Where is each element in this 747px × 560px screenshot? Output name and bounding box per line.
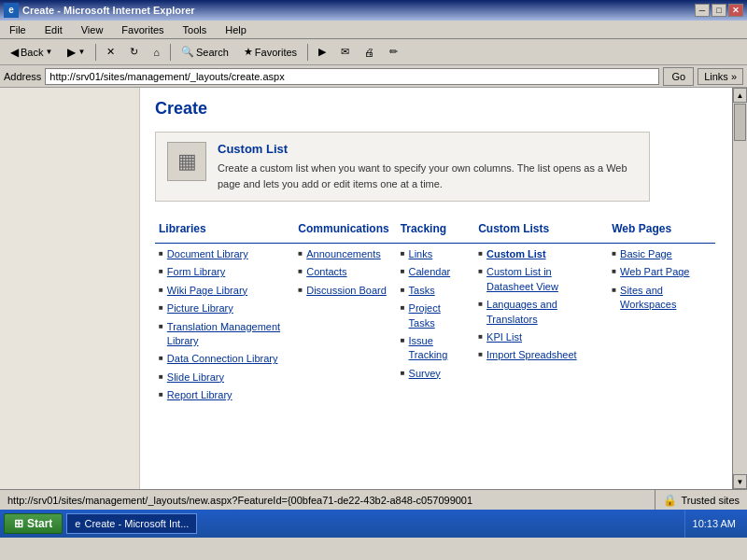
custom-list-datasheet-link[interactable]: Custom List in Datasheet View (486, 265, 600, 294)
print-icon: 🖨 (364, 47, 374, 58)
vertical-scrollbar[interactable]: ▲ ▼ (732, 88, 747, 489)
go-button[interactable]: Go (663, 67, 694, 86)
survey-link[interactable]: Survey (409, 367, 441, 381)
project-tasks-link[interactable]: Project Tasks (409, 301, 468, 330)
list-item: ■Custom List (478, 247, 600, 261)
bullet-icon: ■ (159, 389, 163, 399)
tasks-link[interactable]: Tasks (409, 284, 435, 298)
toolbar-separator-1 (95, 44, 96, 61)
stop-icon: ✕ (106, 46, 115, 58)
address-input[interactable] (45, 68, 659, 85)
scroll-up-button[interactable]: ▲ (733, 88, 747, 103)
doc-library-link[interactable]: Document Library (167, 247, 248, 261)
list-item: ■Translation Management Library (159, 320, 287, 349)
announcements-link[interactable]: Announcements (306, 247, 381, 261)
scroll-thumb[interactable] (734, 104, 746, 141)
basic-page-link[interactable]: Basic Page (620, 247, 672, 261)
toolbar-separator-2 (170, 44, 171, 61)
home-button[interactable]: ⌂ (147, 42, 166, 63)
preview-title: Custom List (218, 142, 638, 156)
taskbar-item-ie[interactable]: e Create - Microsoft Int... (66, 513, 197, 534)
main-content: Create ▦ Custom List Create a custom lis… (140, 88, 732, 489)
menu-tools[interactable]: Tools (177, 22, 213, 37)
col-header-communications: Communications (294, 218, 396, 244)
back-label: Back (21, 47, 43, 58)
bullet-icon: ■ (401, 335, 405, 345)
toolbar-separator-3 (307, 44, 308, 61)
links-link[interactable]: Links (409, 247, 433, 261)
bullet-icon: ■ (478, 299, 483, 309)
media-button[interactable]: ▶ (312, 42, 332, 63)
stop-button[interactable]: ✕ (100, 42, 121, 63)
menu-file[interactable]: File (4, 22, 32, 37)
menu-help[interactable]: Help (219, 22, 252, 37)
categories-table: Libraries Communications Tracking Custom… (155, 218, 715, 409)
menu-bar: File Edit View Favorites Tools Help (0, 21, 747, 39)
mail-button[interactable]: ✉ (334, 42, 356, 63)
back-button[interactable]: ◀ Back ▼ (4, 42, 59, 63)
issue-tracking-link[interactable]: Issue Tracking (409, 334, 468, 363)
list-item: ■Document Library (159, 247, 287, 261)
maximize-button[interactable]: □ (712, 4, 726, 17)
address-bar: Address Go Links » (0, 65, 747, 88)
calendar-link[interactable]: Calendar (409, 265, 451, 279)
home-icon: ⌂ (153, 47, 160, 58)
title-bar-controls[interactable]: ─ □ ✕ (695, 4, 743, 17)
list-item: ■Tasks (401, 284, 468, 298)
list-item: ■Project Tasks (401, 301, 468, 330)
bullet-icon: ■ (401, 266, 405, 276)
bullet-icon: ■ (612, 285, 616, 295)
data-connection-link[interactable]: Data Connection Library (167, 352, 278, 366)
contacts-link[interactable]: Contacts (306, 265, 346, 279)
menu-view[interactable]: View (76, 22, 109, 37)
edit-button[interactable]: ✏ (383, 42, 404, 63)
windows-icon: ⊞ (14, 517, 23, 530)
start-button[interactable]: ⊞ Start (4, 513, 63, 534)
menu-favorites[interactable]: Favorites (116, 22, 169, 37)
bullet-icon: ■ (478, 331, 483, 342)
bullet-icon: ■ (401, 302, 405, 313)
bullet-icon: ■ (401, 248, 405, 259)
close-button[interactable]: ✕ (728, 4, 743, 17)
list-item: ■Picture Library (159, 301, 287, 315)
list-item: ■Data Connection Library (159, 352, 287, 366)
list-item: ■Basic Page (612, 247, 708, 261)
sites-workspaces-link[interactable]: Sites and Workspaces (620, 284, 708, 313)
taskbar-time: 10:13 AM (684, 510, 743, 538)
preview-box: ▦ Custom List Create a custom list when … (155, 132, 650, 202)
scroll-track[interactable] (733, 103, 747, 474)
menu-edit[interactable]: Edit (39, 22, 68, 37)
minimize-button[interactable]: ─ (695, 4, 710, 17)
list-item: ■Survey (401, 367, 468, 381)
print-button[interactable]: 🖨 (358, 42, 381, 63)
form-library-link[interactable]: Form Library (167, 265, 225, 279)
list-item: ■Form Library (159, 265, 287, 279)
col-custom-lists: ■Custom List ■Custom List in Datasheet V… (474, 244, 608, 409)
import-spreadsheet-link[interactable]: Import Spreadsheet (486, 348, 577, 362)
languages-translators-link[interactable]: Languages and Translators (486, 298, 600, 327)
links-button[interactable]: Links » (698, 68, 743, 85)
report-library-link[interactable]: Report Library (167, 388, 233, 402)
page-area: Create ▦ Custom List Create a custom lis… (0, 88, 732, 489)
picture-library-link[interactable]: Picture Library (167, 301, 233, 315)
search-button[interactable]: 🔍 Search (175, 42, 235, 63)
wiki-page-library-link[interactable]: Wiki Page Library (167, 284, 247, 298)
bullet-icon: ■ (159, 321, 163, 331)
discussion-board-link[interactable]: Discussion Board (306, 284, 387, 298)
custom-list-link[interactable]: Custom List (486, 247, 546, 261)
forward-button[interactable]: ▶ ▼ (61, 42, 92, 63)
address-label: Address (4, 71, 41, 82)
translation-mgmt-link[interactable]: Translation Management Library (167, 320, 288, 349)
refresh-button[interactable]: ↻ (123, 42, 145, 63)
list-item: ■KPI List (478, 330, 600, 344)
bullet-icon: ■ (298, 285, 303, 295)
back-dropdown-icon: ▼ (45, 48, 52, 56)
slide-library-link[interactable]: Slide Library (167, 371, 224, 385)
bullet-icon: ■ (401, 368, 405, 378)
web-part-page-link[interactable]: Web Part Page (620, 265, 689, 279)
favorites-button[interactable]: ★ Favorites (237, 42, 303, 63)
col-communications: ■Announcements ■Contacts ■Discussion Boa… (294, 244, 396, 409)
scroll-down-button[interactable]: ▼ (733, 474, 747, 489)
kpi-list-link[interactable]: KPI List (486, 330, 522, 344)
bullet-icon: ■ (401, 285, 405, 295)
